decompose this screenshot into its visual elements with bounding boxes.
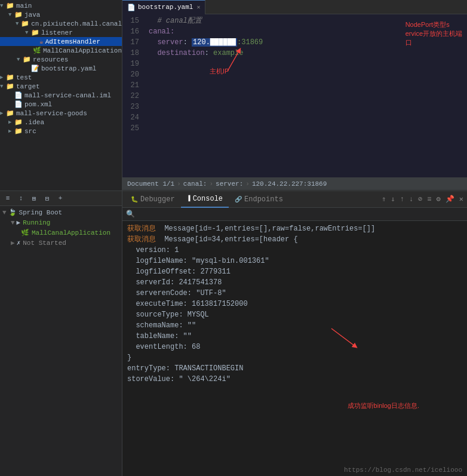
console-line: schemaName: "" — [127, 320, 462, 331]
console-line: storeValue: " \264\224i" — [127, 374, 462, 385]
console-line: entryType: TRANSACTIONBEGIN — [127, 363, 462, 374]
console-tabs: 🐛 Debugger ▐ Console 🔗 Endpoints ⇑ ⇓ ↑ ↓… — [122, 191, 467, 208]
code-line: destination: example — [149, 48, 462, 59]
tree-icon: 📁 — [6, 73, 14, 81]
tree-item[interactable]: 🌿MallCanalApplication — [0, 46, 122, 55]
line-number: 21 — [122, 80, 139, 91]
debug-tree-item[interactable]: ▼▶Running — [0, 217, 122, 228]
tree-arrow: ▼ — [8, 12, 14, 18]
debugger-icon: 🐛 — [131, 196, 138, 203]
console-up[interactable]: ↑ — [399, 195, 405, 204]
console-scroll-bottom[interactable]: ⇓ — [389, 195, 396, 204]
tab-close-icon[interactable]: ✕ — [196, 4, 200, 11]
editor-tabs: 📄 bootstrap.yaml ✕ — [122, 0, 467, 14]
console-line: 获取消息 Message[id=34,entries=[header { — [127, 234, 462, 245]
tab-endpoints[interactable]: 🔗 Endpoints — [229, 191, 289, 208]
tree-icon: 📁 — [6, 82, 14, 90]
tree-arrow: ▼ — [17, 57, 23, 63]
tree-icon: 📁 — [31, 29, 39, 36]
bottom-section: ≡ ↕ ⊞ ⊟ + ▼🍃Spring Boot▼▶Running 🌿MallCa… — [0, 191, 467, 476]
console-line: logfileOffset: 2779311 — [127, 266, 462, 277]
tree-item[interactable]: 📄pom.xml — [0, 100, 122, 109]
debug-tree-item[interactable]: ▼🍃Spring Boot — [0, 207, 122, 217]
debug-tool-add[interactable]: + — [55, 193, 66, 204]
tree-label: resources — [33, 56, 68, 63]
console-line: serverId: 2417541378 — [127, 277, 462, 288]
line-number: 24 — [122, 112, 139, 123]
console-line: } — [127, 352, 462, 363]
tree-arrow: ▶ — [8, 119, 14, 125]
console-line: tableName: "" — [127, 331, 462, 342]
search-icon: 🔍 — [126, 210, 135, 219]
tree-icon: 📁 — [23, 56, 31, 63]
tree-label: bootstrap.yaml — [41, 65, 96, 72]
tree-item[interactable]: ☕AdItemsHandler — [0, 37, 122, 46]
console-line: version: 1 — [127, 245, 462, 256]
tree-item[interactable]: ▶📁mall-service-goods — [0, 109, 122, 118]
line-number: 25 — [122, 123, 139, 134]
breadcrumb-sep1: › — [177, 180, 181, 188]
tree-item[interactable]: ▼📁target — [0, 82, 122, 91]
tree-label: java — [24, 11, 40, 19]
tab-debugger-label: Debugger — [140, 195, 175, 204]
tree-item[interactable]: ▶📁.idea — [0, 118, 122, 127]
breadcrumb-sep3: › — [245, 180, 250, 188]
tree-arrow: ▼ — [0, 84, 6, 90]
tree-icon: 📄 — [14, 91, 23, 99]
console-pin[interactable]: 📌 — [444, 195, 456, 204]
line-number: 20 — [122, 69, 139, 80]
debug-tool-frames[interactable]: ≡ — [2, 193, 13, 204]
tab-console[interactable]: ▐ Console — [181, 191, 229, 208]
debug-label: Running — [23, 219, 50, 226]
tree-item[interactable]: ▼📁resources — [0, 55, 122, 64]
console-down[interactable]: ↓ — [408, 195, 414, 204]
tree-icon: 🌿 — [33, 47, 41, 54]
debug-label: MallCanalApplication — [32, 229, 110, 237]
line-number: 16 — [122, 26, 139, 37]
endpoints-icon: 🔗 — [235, 196, 242, 203]
tab-debugger[interactable]: 🐛 Debugger — [125, 191, 181, 208]
tree-label: MallCanalApplication — [43, 47, 122, 54]
tree-arrow: ▶ — [8, 128, 14, 134]
line-number: 17 — [122, 37, 139, 48]
console-scroll-top[interactable]: ⇑ — [380, 195, 387, 204]
tree-item[interactable]: ▼📁cn.pixiutech.mall.canal — [0, 19, 122, 28]
tree-icon: 📄 — [14, 100, 23, 108]
breadcrumb: Document 1/1 › canal: › server: › 120.24… — [127, 180, 327, 188]
console-toolbar: 🔍 — [122, 208, 467, 221]
line-number: 23 — [122, 102, 139, 112]
code-line: canal: — [149, 26, 462, 37]
debug-icon: 🌿 — [21, 229, 29, 237]
tree-arrow: ▼ — [0, 3, 6, 9]
tree-label: target — [16, 83, 40, 90]
editor-content: 1516171819202122232425 主机IP NodePort类型se… — [122, 14, 467, 177]
breadcrumb-doc: Document 1/1 — [127, 180, 174, 188]
debug-tree-item[interactable]: 🌿MallCanalApplication — [0, 228, 122, 238]
tree-item[interactable]: ▼📁main — [0, 1, 122, 10]
console-settings[interactable]: ⚙ — [435, 195, 442, 204]
debug-tool-filter[interactable]: ⊟ — [42, 193, 53, 204]
debug-icon: ▶ — [17, 219, 21, 226]
console-close[interactable]: ✕ — [458, 195, 465, 204]
console-clear[interactable]: ⊘ — [417, 195, 423, 204]
tree-item[interactable]: ▼📁listener — [0, 28, 122, 37]
tree-item[interactable]: 📝bootstrap.yaml — [0, 64, 122, 73]
tree-label: listener — [41, 29, 73, 36]
tree-item[interactable]: ▶📁test — [0, 73, 122, 82]
debug-panel: ≡ ↕ ⊞ ⊟ + ▼🍃Spring Boot▼▶Running 🌿MallCa… — [0, 191, 122, 476]
console-wrap[interactable]: ≡ — [426, 195, 432, 204]
tree-item[interactable]: ▶📁src — [0, 127, 122, 136]
breadcrumb-sep2: › — [209, 180, 213, 188]
tree-item[interactable]: ▼📁java — [0, 10, 122, 19]
tree-icon: 📁 — [14, 11, 23, 19]
editor-tab-bootstrap[interactable]: 📄 bootstrap.yaml ✕ — [122, 0, 205, 14]
debug-tool-expand[interactable]: ⊞ — [29, 193, 39, 204]
annotation-binlog: 成功监听binlog日志信息. — [348, 401, 419, 410]
debug-tree-item[interactable]: ▶✗Not Started — [0, 238, 122, 248]
debug-arrow: ▼ — [2, 209, 7, 216]
tree-icon: 📁 — [14, 118, 23, 126]
line-number: 18 — [122, 48, 139, 59]
tree-item[interactable]: 📄mall-service-canal.iml — [0, 91, 122, 100]
tree-icon: ☕ — [39, 38, 44, 45]
debug-tool-sort[interactable]: ↕ — [16, 193, 26, 204]
